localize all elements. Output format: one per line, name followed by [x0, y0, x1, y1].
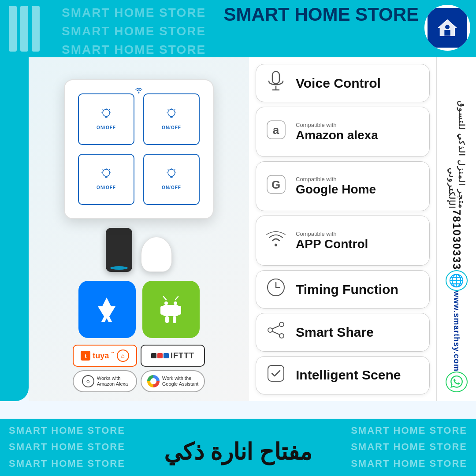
scene-icon — [265, 364, 287, 387]
google-home-text-block: Compatible with Google Home — [296, 176, 420, 197]
bulb-icon-4 — [167, 168, 176, 183]
svg-point-26 — [279, 322, 284, 327]
house-icon — [436, 17, 458, 39]
app-control-main-label: APP Control — [296, 237, 420, 251]
alexa-works-text: Works withAmazon Alexa — [97, 376, 128, 387]
switch-btn-2[interactable]: ON/OFF — [143, 93, 200, 145]
feature-voice-control: Voice Control — [256, 64, 430, 102]
svg-point-5 — [168, 169, 175, 176]
ifttt-badge: IFTTT — [141, 345, 205, 367]
switch-label-3: ON/OFF — [97, 185, 116, 190]
top-bar: SMART HOME STORE SMART HOME STORE SMART … — [0, 0, 476, 57]
alexa-main-label: Amazon alexa — [296, 128, 420, 142]
smart-share-label: Smart Share — [296, 325, 374, 340]
app-control-text-block: Compatible with APP Control — [296, 231, 420, 251]
switch-label-1: ON/OFF — [97, 125, 116, 130]
share-icon — [265, 321, 287, 343]
bulb-icon-3 — [101, 168, 111, 183]
switch-label-4: ON/OFF — [162, 185, 181, 190]
stripe-2 — [20, 6, 28, 52]
website-text: www.smarthsy.com — [452, 291, 461, 372]
voice-control-label: Voice Control — [296, 76, 381, 91]
wifi-indicator — [134, 87, 143, 96]
feature-smart-share: Smart Share — [256, 313, 430, 351]
svg-line-13 — [164, 297, 166, 300]
svg-text:G: G — [271, 178, 280, 191]
svg-point-7 — [174, 301, 177, 305]
svg-point-6 — [164, 301, 168, 305]
alexa-circle-icon: ○ — [82, 375, 94, 387]
logo-inner — [428, 8, 467, 48]
whatsapp-icon — [446, 372, 468, 392]
google-icon: G — [265, 175, 287, 198]
brand-row-2: ○ Works withAmazon Alexa Work with theGo… — [73, 370, 205, 392]
app-badges — [78, 281, 200, 338]
apple-appstore-badge[interactable] — [78, 281, 136, 338]
switch-btn-3[interactable]: ON/OFF — [78, 154, 134, 205]
switch-btn-1[interactable]: ON/OFF — [78, 93, 134, 145]
alexa-works-badge: ○ Works withAmazon Alexa — [73, 370, 137, 392]
svg-point-27 — [268, 328, 272, 332]
alexa-text-block: Compatible with Amazon alexa — [296, 122, 420, 142]
brand-badges: t tuya ˆ ⌂ IFTTT ○ Works with — [73, 345, 205, 392]
ifttt-squares — [151, 353, 169, 358]
store-logo — [423, 4, 472, 52]
alexa-icon: a — [265, 120, 287, 144]
stripe-3 — [32, 6, 40, 52]
right-side-panel: متجر المنزل الذكي للتسوق الإلكتروني 7810… — [436, 57, 476, 401]
sq2 — [157, 353, 163, 358]
watermark-text: SMART HOME STORE SMART HOME STORE SMART … — [62, 4, 206, 59]
switch-label-2: ON/OFF — [162, 125, 181, 130]
stripe-1 — [9, 6, 17, 52]
bottom-watermark-left: SMART HOME STORE SMART HOME STORE SMART … — [9, 422, 125, 472]
google-playstore-badge[interactable] — [142, 281, 200, 338]
tuya-home-icon: ⌂ — [117, 350, 129, 362]
svg-text:a: a — [272, 123, 279, 137]
google-works-text: Work with theGoogle Assistant — [162, 376, 199, 387]
svg-line-14 — [175, 297, 178, 300]
sq3 — [164, 353, 169, 358]
feature-intelligent-scene: Intelligent Scene — [256, 356, 430, 394]
app-control-sub-label: Compatible with — [296, 231, 420, 237]
svg-rect-15 — [272, 71, 279, 84]
bulb-icon-2 — [167, 108, 176, 123]
google-dot-inner — [150, 378, 156, 384]
features-panel: Voice Control a Compatible with Amazon a… — [249, 57, 436, 401]
ifttt-label: IFTTT — [171, 351, 194, 361]
svg-point-28 — [279, 334, 284, 338]
svg-line-30 — [272, 331, 279, 335]
svg-rect-11 — [165, 316, 169, 323]
bottom-bar: SMART HOME STORE SMART HOME STORE SMART … — [0, 419, 476, 476]
smart-devices — [106, 228, 172, 272]
google-assistant-badge: Work with theGoogle Assistant — [141, 370, 205, 392]
svg-point-4 — [103, 169, 110, 176]
intelligent-scene-label: Intelligent Scene — [296, 368, 401, 383]
mic-icon — [265, 71, 287, 96]
phone-number: 781030333 — [450, 209, 463, 270]
bottom-watermark-right: SMART HOME STORE SMART HOME STORE SMART … — [351, 422, 467, 472]
timing-label: Timing Function — [296, 282, 398, 297]
svg-rect-9 — [160, 306, 164, 315]
main-content: ON/OFF ON/OFF — [29, 57, 436, 401]
feature-app-control: Compatible with APP Control — [256, 216, 430, 266]
svg-rect-8 — [163, 305, 179, 316]
brand-row-1: t tuya ˆ ⌂ IFTTT — [73, 345, 205, 367]
product-panel: ON/OFF ON/OFF — [29, 57, 249, 401]
alexa-echo-device — [106, 228, 132, 272]
top-stripes — [9, 0, 40, 57]
store-title: SMART HOME STORE — [223, 4, 419, 25]
svg-rect-10 — [178, 306, 181, 315]
alexa-ring — [110, 266, 128, 270]
footer-title-arabic: مفتاح انارة ذكي — [164, 439, 312, 465]
switch-btn-4[interactable]: ON/OFF — [143, 154, 200, 205]
tuya-t-icon: t — [81, 351, 90, 361]
clock-icon — [265, 278, 287, 301]
svg-point-1 — [445, 25, 450, 29]
tuya-badge: t tuya ˆ ⌂ — [73, 345, 137, 367]
sq1 — [151, 353, 156, 358]
globe-icon: 🌐 — [446, 270, 468, 291]
google-home-device — [141, 237, 172, 272]
svg-point-3 — [168, 109, 175, 116]
svg-rect-12 — [173, 316, 176, 323]
feature-timing: Timing Function — [256, 270, 430, 309]
